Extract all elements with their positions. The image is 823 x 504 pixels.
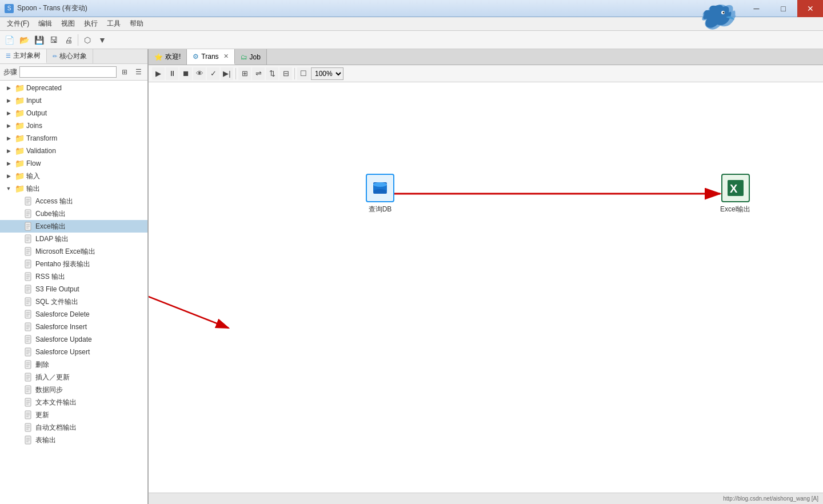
maximize-button[interactable]: □ [770,0,796,17]
node-query-db[interactable]: 查询DB [366,174,394,214]
tree-label-1: Input [26,97,42,105]
tree-item-7[interactable]: ▶📁输入 [0,170,147,182]
minimize-button[interactable]: ─ [744,0,769,17]
tree-item-3[interactable]: ▶📁Joins [0,119,147,132]
tree-item-22[interactable]: 删除 [0,358,147,371]
tree-leaf-icon-21 [24,347,33,357]
tree-item-10[interactable]: Cube输出 [0,207,147,220]
align-button[interactable]: ⊞ [238,67,251,80]
tree-item-1[interactable]: ▶📁Input [0,94,147,107]
tree-leaf-icon-22 [24,360,33,369]
tree-folder-icon-6: 📁 [15,159,24,168]
menu-item-工具[interactable]: 工具 [102,18,125,30]
tree-item-21[interactable]: Salesforce Upsert [0,346,147,358]
tab-core-objects[interactable]: ✏ 核心对象 [47,49,93,63]
editor-tab-Trans[interactable]: ⚙Trans✕ [187,49,234,65]
editor-tab-欢迎![interactable]: ⭐欢迎! [149,49,187,65]
editor-tab-label-2: Job [250,53,261,61]
node-excel-output[interactable]: X Excel输出 [720,174,750,214]
tree-item-24[interactable]: 数据同步 [0,383,147,396]
layers-drop-button[interactable]: ▼ [95,33,109,47]
menu-item-帮助[interactable]: 帮助 [125,18,148,30]
ed-sep1 [235,68,236,79]
tree-item-6[interactable]: ▶📁Flow [0,157,147,170]
tab-main-objects[interactable]: ☰ 主对象树 [0,49,47,63]
tree-label-14: Pentaho 报表输出 [35,259,90,269]
distribute-button[interactable]: ⊟ [279,67,292,80]
tree-leaf-icon-16 [24,285,33,294]
tree-item-16[interactable]: S3 File Output [0,283,147,295]
menu-item-执行[interactable]: 执行 [79,18,102,30]
tree-item-11[interactable]: Excel输出 [0,220,147,233]
tree-label-28: 表输出 [35,435,56,445]
tree-item-8[interactable]: ▼📁输出 [0,182,147,195]
align-h-button[interactable]: ⇌ [252,67,265,80]
tree-item-26[interactable]: 更新 [0,409,147,421]
tree-leaf-icon-24 [24,385,33,394]
print-button[interactable]: 🖨 [62,33,75,47]
editor-tab-label-0: 欢迎! [165,52,181,62]
tree-item-17[interactable]: SQL 文件输出 [0,295,147,308]
menu-item-文件(F)[interactable]: 文件(F) [2,18,34,30]
tree-item-9[interactable]: Access 输出 [0,195,147,207]
tree-item-28[interactable]: 表输出 [0,434,147,446]
search-input[interactable] [19,66,117,78]
tree-leaf-icon-10 [24,209,33,218]
tree-label-9: Access 输出 [35,197,73,206]
menu-item-编辑[interactable]: 编辑 [34,18,57,30]
node-excel-output-icon: X [721,174,750,202]
tree-item-14[interactable]: Pentaho 报表输出 [0,258,147,270]
run-button[interactable]: ▶ [152,67,165,80]
svg-line-93 [149,271,229,328]
tree-item-4[interactable]: ▶📁Transform [0,132,147,145]
check-button[interactable]: ✓ [207,67,219,80]
canvas-area[interactable]: 查询DB X Excel输出 [149,82,823,493]
tree-item-23[interactable]: 插入／更新 [0,371,147,383]
tree-label-11: Excel输出 [35,222,66,231]
tree-folder-icon-1: 📁 [15,96,24,105]
tree-label-16: S3 File Output [35,285,79,293]
list-view-icon[interactable]: ☰ [133,66,144,78]
zoom-select[interactable]: 50%75%100%125%150%200% [311,67,343,80]
layers-button[interactable]: ⬡ [81,33,94,47]
save-button[interactable]: 💾 [32,33,46,47]
tree-item-18[interactable]: Salesforce Delete [0,308,147,321]
tree-panel: ▶📁Deprecated▶📁Input▶📁Output▶📁Joins▶📁Tran… [0,81,147,504]
editor-tab-close-1[interactable]: ✕ [223,53,229,60]
menu-item-视图[interactable]: 视图 [57,18,79,30]
tree-item-27[interactable]: 自动文档输出 [0,421,147,434]
pause-button[interactable]: ⏸ [166,67,178,80]
preview-button[interactable]: 👁 [193,67,206,80]
tree-leaf-icon-28 [24,435,33,445]
tree-leaf-icon-13 [24,247,33,256]
run-step-button[interactable]: ▶| [221,67,233,80]
tree-item-0[interactable]: ▶📁Deprecated [0,82,147,94]
tree-item-19[interactable]: Salesforce Insert [0,321,147,333]
tree-item-15[interactable]: RSS 输出 [0,270,147,283]
grid-view-icon[interactable]: ⊞ [119,66,130,78]
close-button[interactable]: ✕ [797,0,823,17]
select-button[interactable]: ☐ [297,67,310,80]
canvas-arrow [149,82,823,493]
tree-item-20[interactable]: Salesforce Update [0,333,147,346]
tree-folder-icon-8: 📁 [15,184,24,193]
stop-button[interactable]: ⏹ [179,67,192,80]
tree-item-13[interactable]: Microsoft Excel输出 [0,245,147,258]
save-all-button[interactable]: 🖫 [47,33,61,47]
open-button[interactable]: 📂 [17,33,31,47]
titlebar-controls[interactable]: ─ □ ✕ [744,0,823,17]
tree-label-24: 数据同步 [35,385,63,395]
search-row: 步骤 ⊞ ☰ [0,64,147,81]
tree-label-27: 自动文档输出 [35,423,77,433]
editor-tab-Job[interactable]: 🗂Job [235,49,267,65]
tree-arrow-8: ▼ [5,185,13,193]
align-v-button[interactable]: ⇅ [266,67,278,80]
tree-item-25[interactable]: 文本文件输出 [0,396,147,409]
tree-label-18: Salesforce Delete [35,310,90,318]
new-button[interactable]: 📄 [2,33,16,47]
tree-leaf-icon-25 [24,398,33,407]
tree-item-12[interactable]: LDAP 输出 [0,233,147,245]
tree-label-8: 输出 [26,184,40,194]
tree-item-5[interactable]: ▶📁Validation [0,145,147,157]
tree-item-2[interactable]: ▶📁Output [0,107,147,119]
